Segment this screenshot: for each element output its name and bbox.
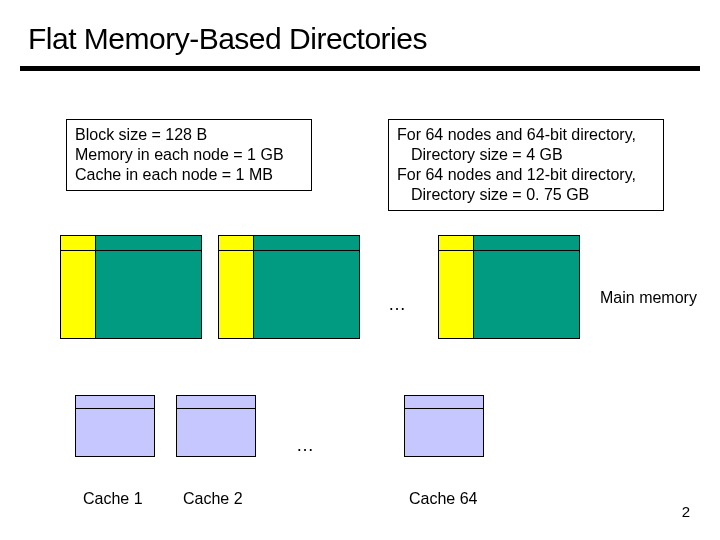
- memory-block: [438, 235, 580, 339]
- memory-block: [218, 235, 360, 339]
- cache64-label: Cache 64: [409, 490, 478, 508]
- row-line: [405, 408, 483, 409]
- row-line: [439, 250, 579, 251]
- directory-stripe: [439, 236, 474, 338]
- page-number: 2: [682, 503, 690, 520]
- row-line: [61, 250, 201, 251]
- results-line: For 64 nodes and 64-bit directory,: [397, 125, 655, 145]
- row-line: [219, 250, 359, 251]
- row-line: [177, 408, 255, 409]
- cache-block: [75, 395, 155, 457]
- results-line: For 64 nodes and 12-bit directory,: [397, 165, 655, 185]
- directory-stripe: [219, 236, 254, 338]
- main-memory-label: Main memory: [600, 289, 697, 307]
- cache2-label: Cache 2: [183, 490, 243, 508]
- params-box: Block size = 128 B Memory in each node =…: [66, 119, 312, 191]
- params-line: Block size = 128 B: [75, 125, 303, 145]
- memory-block: [60, 235, 202, 339]
- results-line: Directory size = 0. 75 GB: [411, 185, 655, 205]
- params-line: Memory in each node = 1 GB: [75, 145, 303, 165]
- cache-block: [404, 395, 484, 457]
- directory-stripe: [61, 236, 96, 338]
- title-rule: [20, 66, 700, 71]
- cache-block: [176, 395, 256, 457]
- params-line: Cache in each node = 1 MB: [75, 165, 303, 185]
- cache1-label: Cache 1: [83, 490, 143, 508]
- slide: Flat Memory-Based Directories Block size…: [0, 0, 720, 540]
- results-box: For 64 nodes and 64-bit directory, Direc…: [388, 119, 664, 211]
- row-line: [76, 408, 154, 409]
- results-line: Directory size = 4 GB: [411, 145, 655, 165]
- page-title: Flat Memory-Based Directories: [28, 22, 427, 56]
- ellipsis: …: [296, 435, 314, 456]
- ellipsis: …: [388, 294, 406, 315]
